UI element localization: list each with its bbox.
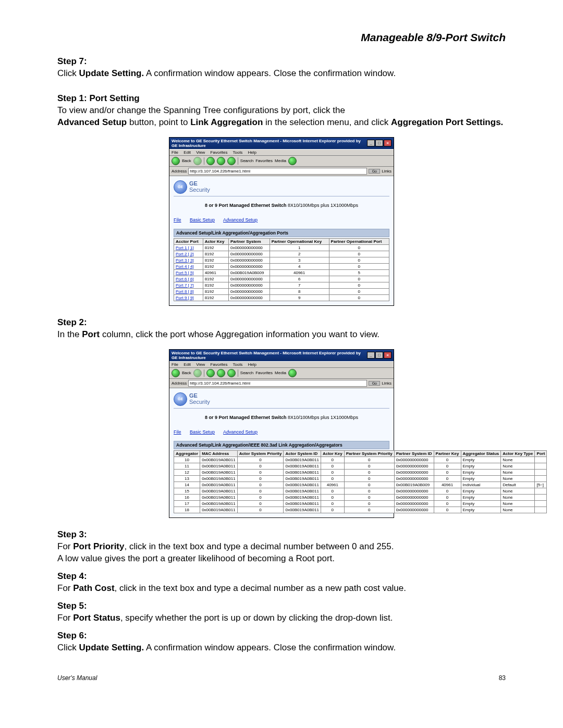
menu-tools[interactable]: Tools <box>233 362 243 367</box>
menu-edit[interactable]: Edit <box>183 362 191 367</box>
table-cell: 0x00B019A0B011 <box>200 500 238 507</box>
table-cell: 0x00B019A0B011 <box>200 475 238 482</box>
breadcrumb: Advanced Setup/Link Aggregation/IEEE 802… <box>174 441 389 449</box>
table-cell: 0 <box>321 507 344 513</box>
port-link-cell[interactable]: Port 7 [ 7] <box>174 282 203 288</box>
nav-file[interactable]: File <box>174 429 181 435</box>
go-button[interactable]: Go <box>369 169 380 174</box>
table-cell: 0 <box>344 494 394 500</box>
brand-security: Security <box>189 187 210 193</box>
nav-advanced-setup[interactable]: Advanced Setup <box>223 217 258 223</box>
device-name-rest: 8X10/100Mbps plus 1X1000Mbps <box>286 415 358 420</box>
maximize-button[interactable]: □ <box>375 352 383 359</box>
minimize-button[interactable]: _ <box>367 352 375 359</box>
browser-menu-bar[interactable]: File Edit View Favorites Tools Help <box>169 361 394 368</box>
table-cell: 0x000000000000 <box>228 288 270 294</box>
step4-body: For Path Cost, click in the text box and… <box>57 583 506 595</box>
search-label[interactable]: Search <box>240 158 253 163</box>
port-link-cell[interactable]: Port 1 [ 1] <box>174 244 203 251</box>
table-cell: 0x000000000000 <box>394 500 434 507</box>
browser-tool-bar[interactable]: Back Search Favorites Media <box>169 156 394 167</box>
close-button[interactable]: × <box>384 140 391 146</box>
table-row: Port 8 [ 8]81920x00000000000080 <box>174 288 389 294</box>
port-link-cell[interactable]: Port 2 [ 2] <box>174 251 203 257</box>
menu-edit[interactable]: Edit <box>183 150 191 155</box>
table-cell: 0x000000000000 <box>394 463 434 469</box>
table-header: Partner System ID <box>394 450 434 456</box>
menu-file[interactable]: File <box>172 150 178 155</box>
port-link-cell[interactable]: Port 9 [ 9] <box>174 294 203 301</box>
menu-tools[interactable]: Tools <box>233 150 243 155</box>
go-button[interactable]: Go <box>369 381 380 386</box>
minimize-button[interactable]: _ <box>367 140 375 146</box>
menu-help[interactable]: Help <box>248 150 256 155</box>
address-input[interactable]: http://3.107.104.226/frame1.html <box>188 380 367 387</box>
menu-file[interactable]: File <box>172 362 178 367</box>
history-icon[interactable] <box>288 157 297 165</box>
address-input[interactable]: http://3.107.104.226/frame1.html <box>188 168 367 175</box>
menu-favorites[interactable]: Favorites <box>211 362 228 367</box>
port-link-cell[interactable]: Port 3 [ 3] <box>174 257 203 263</box>
links-label[interactable]: Links <box>382 169 391 174</box>
back-label[interactable]: Back <box>182 371 191 375</box>
nav-advanced-setup[interactable]: Advanced Setup <box>223 429 258 435</box>
stop-icon[interactable] <box>206 157 215 165</box>
favorites-label[interactable]: Favorites <box>255 371 273 375</box>
table-cell: 0x000000000000 <box>228 263 270 269</box>
stop-icon[interactable] <box>206 369 215 377</box>
table-cell: 40961 <box>321 482 344 488</box>
back-icon[interactable] <box>172 157 180 165</box>
t: Path Cost <box>73 583 114 593</box>
browser-menu-bar[interactable]: File Edit View Favorites Tools Help <box>169 149 394 156</box>
port-link-cell[interactable]: Port 5 [ 5] <box>174 269 203 276</box>
maximize-button[interactable]: □ <box>375 140 383 146</box>
table-cell: 0x00B019A0B011 <box>284 482 321 488</box>
table-header: Partner System <box>228 238 270 244</box>
table-cell: 0 <box>434 475 461 482</box>
home-icon[interactable] <box>227 157 236 165</box>
table-cell: None <box>501 488 535 494</box>
t: , click in the text box and type a decim… <box>115 583 406 593</box>
table-cell: [5~] <box>535 482 547 488</box>
menu-view[interactable]: View <box>196 150 205 155</box>
menu-help[interactable]: Help <box>248 362 256 367</box>
refresh-icon[interactable] <box>217 157 225 165</box>
port-link-cell[interactable]: Port 4 [ 4] <box>174 263 203 269</box>
history-icon[interactable] <box>288 369 297 377</box>
search-label[interactable]: Search <box>240 371 253 375</box>
table-cell: 2 <box>270 251 329 257</box>
nav-basic-setup[interactable]: Basic Setup <box>190 429 215 435</box>
links-label[interactable]: Links <box>382 381 391 386</box>
port-link-cell[interactable]: Port 8 [ 8] <box>174 288 203 294</box>
back-icon[interactable] <box>172 369 180 377</box>
media-label[interactable]: Media <box>275 158 286 163</box>
table-cell: None <box>501 494 535 500</box>
media-label[interactable]: Media <box>275 371 286 375</box>
back-label[interactable]: Back <box>182 158 191 163</box>
table-cell: 13 <box>174 475 200 482</box>
refresh-icon[interactable] <box>217 369 225 377</box>
nav-basic-setup[interactable]: Basic Setup <box>190 217 215 223</box>
t: Port <box>82 329 100 339</box>
table-cell: 0 <box>434 494 461 500</box>
table-cell: 0x000000000000 <box>394 494 434 500</box>
table-cell: 17 <box>174 500 200 507</box>
menu-favorites[interactable]: Favorites <box>211 150 228 155</box>
nav-file[interactable]: File <box>174 217 181 223</box>
table-header: Partner Opernational Port <box>329 238 389 244</box>
t: Click <box>57 643 79 652</box>
port-link-cell[interactable]: Port 6 [ 6] <box>174 276 203 282</box>
forward-icon[interactable] <box>193 157 202 165</box>
table-cell: 0x000000000000 <box>228 257 270 263</box>
table-row: Port 7 [ 7]81920x00000000000070 <box>174 282 389 288</box>
table-cell: 0x00B019A0B011 <box>284 463 321 469</box>
browser-tool-bar[interactable]: Back Search Favorites Media <box>169 368 394 379</box>
t: To view and/or change the Spanning Tree … <box>57 105 345 115</box>
home-icon[interactable] <box>227 369 236 377</box>
close-button[interactable]: × <box>384 352 391 359</box>
favorites-label[interactable]: Favorites <box>255 158 273 163</box>
menu-view[interactable]: View <box>196 362 205 367</box>
forward-icon[interactable] <box>193 369 202 377</box>
ge-logo-icon: GE <box>174 392 187 406</box>
table-cell: 0x000000000000 <box>394 456 434 463</box>
